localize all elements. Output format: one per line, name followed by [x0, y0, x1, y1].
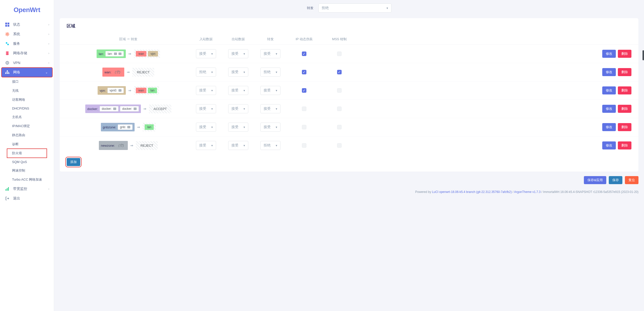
fwd-select[interactable]: 接受▼ [260, 86, 280, 95]
subnav-guest[interactable]: 访客网络 [0, 95, 54, 104]
masq-checkbox[interactable]: ✓ [302, 70, 306, 74]
out-select[interactable]: 接受▼ [228, 104, 248, 113]
in-select[interactable]: 拒绝▼ [196, 68, 216, 77]
nav-logout[interactable]: 退出 [0, 194, 54, 203]
svg-rect-11 [7, 70, 8, 71]
subnav-speed[interactable]: 网速控制 [0, 166, 54, 175]
edit-button[interactable]: 修改 [602, 123, 616, 131]
subnav-routes[interactable]: 静态路由 [0, 131, 54, 140]
fwd-select[interactable]: 拒绝▼ [260, 141, 280, 150]
zone-dest-wrap: wanvpn [134, 49, 160, 58]
nav-nas[interactable]: 网络存储 › [0, 48, 54, 58]
out-select[interactable]: 接受▼ [228, 141, 248, 150]
chart-icon [5, 187, 10, 191]
chevron-down-icon: ⌄ [45, 71, 48, 74]
forward-select[interactable]: 拒绝 ▼ [318, 4, 391, 13]
masq-checkbox[interactable] [302, 125, 306, 129]
zone-dest-wrap: lan [143, 123, 156, 131]
select-value: 接受 [231, 107, 238, 111]
select-value: 接受 [231, 143, 238, 148]
in-select[interactable]: 接受▼ [196, 123, 216, 132]
table-row: wan:(空)⇒REJECT拒绝▼接受▼拒绝▼✓✓修改删除 [60, 63, 638, 81]
add-button[interactable]: 添加 [67, 158, 80, 166]
svg-rect-1 [8, 23, 9, 24]
mss-checkbox[interactable] [337, 143, 342, 148]
in-select[interactable]: 接受▼ [196, 141, 216, 150]
out-select[interactable]: 接受▼ [228, 86, 248, 95]
svg-point-6 [7, 44, 9, 45]
out-select[interactable]: 接受▼ [228, 68, 248, 77]
footer-link-luci[interactable]: LuCI openwrt-18.06-k5.4 branch (git-22.3… [432, 190, 512, 194]
select-value: 接受 [231, 70, 238, 74]
delete-button[interactable]: 删除 [618, 68, 631, 76]
subnav-turbo[interactable]: Turbo ACC 网络加速 [0, 175, 54, 184]
delete-button[interactable]: 删除 [618, 86, 631, 94]
table-row: vpn:vpn0:⇒wanlan接受▼接受▼接受▼✓修改删除 [60, 81, 638, 100]
edit-button[interactable]: 修改 [602, 141, 616, 149]
edit-button[interactable]: 修改 [602, 105, 616, 113]
mss-checkbox[interactable] [337, 107, 342, 111]
delete-button[interactable]: 删除 [618, 50, 631, 58]
in-select[interactable]: 接受▼ [196, 86, 216, 95]
mss-checkbox[interactable]: ✓ [337, 70, 342, 74]
table-header: 区域 ⇒ 转发 入站数据 出站数据 转发 IP 动态伪装 MSS 钳制 [60, 34, 638, 45]
nav-label: VPN [13, 61, 20, 65]
in-select[interactable]: 接受▼ [196, 104, 216, 113]
out-select[interactable]: 接受▼ [228, 123, 248, 132]
nav-system[interactable]: 系统 › [0, 29, 54, 39]
svg-rect-2 [5, 25, 7, 27]
subnav-wireless[interactable]: 无线 [0, 86, 54, 95]
out-select[interactable]: 接受▼ [228, 49, 248, 58]
subnav-diag[interactable]: 诊断 [0, 140, 54, 149]
zone-interface: docker: [120, 106, 139, 112]
masq-checkbox[interactable] [302, 107, 306, 111]
select-value: 接受 [231, 125, 238, 129]
caret-down-icon: ▼ [211, 108, 213, 110]
th-zone: 区域 ⇒ 转发 [67, 37, 190, 41]
scrollbar-handle[interactable] [642, 50, 644, 60]
delete-button[interactable]: 删除 [618, 123, 631, 131]
masq-checkbox[interactable]: ✓ [302, 51, 306, 56]
interface-icon [118, 89, 122, 92]
subnav-firewall[interactable]: 防火墙 [7, 149, 47, 158]
main-content: 转发 拒绝 ▼ 区域 区域 ⇒ 转发 入站数据 出站数据 转发 IP 动态伪装 … [54, 0, 644, 311]
delete-button[interactable]: 删除 [618, 141, 631, 149]
subnav-hostnames[interactable]: 主机名 [0, 113, 54, 122]
select-value: 接受 [264, 51, 271, 56]
nav-bandwidth[interactable]: 带宽监控 › [0, 184, 54, 194]
edit-button[interactable]: 修改 [602, 50, 616, 58]
nav-status[interactable]: 状态 › [0, 20, 54, 29]
caret-down-icon: ▼ [275, 89, 278, 92]
fwd-select[interactable]: 接受▼ [260, 49, 280, 58]
masq-checkbox[interactable]: ✓ [302, 88, 306, 93]
save-button[interactable]: 保存 [609, 176, 622, 184]
nav-services[interactable]: 服务 › [0, 39, 54, 48]
fwd-select[interactable]: 接受▼ [260, 104, 280, 113]
arrow-icon: ⇒ [143, 107, 146, 111]
fwd-select[interactable]: 接受▼ [260, 123, 280, 132]
logo: OpenWrt [0, 0, 54, 20]
chevron-right-icon: › [48, 51, 49, 55]
in-select[interactable]: 接受▼ [196, 49, 216, 58]
nav-vpn[interactable]: VPN › [0, 58, 54, 68]
edit-button[interactable]: 修改 [602, 68, 616, 76]
nav-network[interactable]: 网络 ⌄ [2, 68, 52, 77]
subnav-ipmac[interactable]: IP/MAC绑定 [0, 122, 54, 131]
subnav-sqm[interactable]: SQM QoS [0, 158, 54, 166]
arrow-icon: ⇒ [137, 125, 140, 129]
mss-checkbox[interactable] [337, 125, 342, 129]
mss-checkbox[interactable] [337, 88, 342, 93]
masq-checkbox[interactable] [302, 143, 306, 148]
subnav-interfaces[interactable]: 接口 [0, 77, 54, 86]
save-apply-button[interactable]: 保存&应用 [584, 176, 606, 184]
table-row: docker:docker:docker:⇒ACCEPT接受▼接受▼接受▼修改删… [60, 100, 638, 118]
mss-checkbox[interactable] [337, 51, 342, 56]
reset-button[interactable]: 复位 [625, 176, 638, 184]
edit-button[interactable]: 修改 [602, 86, 616, 94]
zone-dest-badge: lan [145, 124, 154, 130]
fwd-select[interactable]: 拒绝▼ [260, 68, 280, 77]
delete-button[interactable]: 删除 [618, 105, 631, 113]
footer-link-theme[interactable]: ArgonTheme v1.7.3 [514, 190, 541, 194]
subnav-dhcpdns[interactable]: DHCP/DNS [0, 104, 54, 113]
zone-source-badge: gnbzone:gnb: [101, 123, 135, 131]
